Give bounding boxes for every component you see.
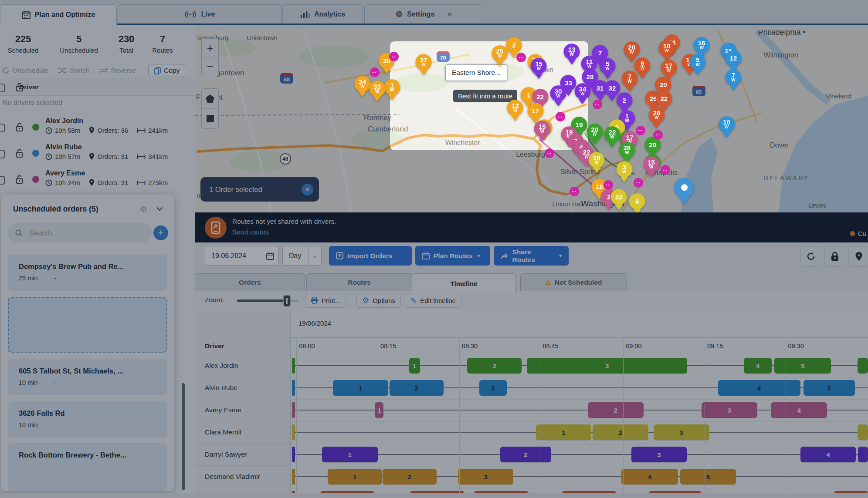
order-cluster-dot[interactable]: ·· bbox=[516, 53, 526, 62]
route-segment[interactable]: 5 bbox=[680, 469, 736, 485]
switch-button[interactable]: Switch bbox=[58, 67, 90, 74]
route-segment[interactable]: 5 bbox=[774, 358, 831, 374]
search-input[interactable]: Search... bbox=[8, 223, 152, 242]
reverse-button[interactable]: Reverse bbox=[99, 67, 136, 74]
route-segment[interactable]: 5 bbox=[804, 380, 855, 396]
route-segment[interactable]: 2 bbox=[383, 469, 437, 485]
calendar-icon[interactable] bbox=[266, 252, 274, 260]
route-segment-partial[interactable] bbox=[292, 380, 295, 396]
scrollbar-thumb[interactable] bbox=[182, 383, 185, 490]
order-pin[interactable]: 7W bbox=[726, 69, 742, 90]
order-pin[interactable]: 30W bbox=[550, 85, 566, 106]
order-pin[interactable]: 10W bbox=[659, 40, 675, 61]
route-segment[interactable]: 3 bbox=[702, 402, 757, 418]
route-segment[interactable]: 2 bbox=[500, 447, 551, 462]
order-cluster-dot[interactable]: ·· bbox=[661, 165, 670, 175]
order-pin[interactable]: 5W bbox=[600, 58, 616, 79]
driver-row[interactable]: Alex Jordin10h 58mOrders: 36241km bbox=[0, 114, 195, 140]
copy-button[interactable]: Copy bbox=[148, 64, 185, 77]
order-pin[interactable]: 27W bbox=[416, 54, 432, 75]
order-card[interactable]: 3626 Falls Rd10 min- bbox=[8, 401, 167, 437]
order-pin[interactable]: 12W bbox=[507, 100, 523, 121]
order-cluster-dot[interactable]: ·· bbox=[389, 52, 399, 61]
order-pin[interactable]: 1W bbox=[384, 79, 400, 100]
period-select[interactable]: Day ⌄ bbox=[282, 246, 322, 266]
tab-settings[interactable]: ⚙Settings✕ bbox=[364, 4, 483, 24]
route-segment[interactable]: 1 bbox=[409, 358, 420, 374]
route-segment-partial[interactable] bbox=[292, 402, 295, 418]
route-segment[interactable]: 1 bbox=[375, 402, 383, 418]
order-pin[interactable]: 33W bbox=[369, 81, 385, 101]
order-pin[interactable]: 12 bbox=[726, 50, 742, 71]
timeline-row-label[interactable]: Alvin Rube bbox=[195, 377, 291, 399]
import-orders-button[interactable]: Import Orders bbox=[329, 246, 412, 266]
row-checkbox[interactable] bbox=[0, 150, 5, 158]
route-segment[interactable]: 3 bbox=[527, 358, 687, 374]
order-pin[interactable]: 3W bbox=[616, 161, 632, 182]
order-card[interactable]: 605 S Talbot St, St Michaels, ...10 min- bbox=[8, 359, 167, 395]
order-cluster-dot[interactable]: ·· bbox=[570, 187, 579, 196]
order-cluster-dot[interactable]: ·· bbox=[634, 178, 643, 188]
order-cluster-dot[interactable]: ·· bbox=[636, 126, 645, 135]
route-segment[interactable]: 3 bbox=[479, 380, 506, 396]
order-cluster-dot[interactable]: ·· bbox=[593, 100, 602, 109]
date-input[interactable]: 19.06.2024 bbox=[205, 246, 279, 266]
unschedule-button[interactable]: Unschedule bbox=[2, 67, 48, 74]
order-pin[interactable]: 7W bbox=[622, 71, 638, 91]
order-card[interactable]: Dempsey's Brew Pub and Re...25 min- bbox=[8, 255, 167, 291]
content-tab-not-scheduled[interactable]: ⚠Not Scheduled bbox=[520, 273, 627, 291]
route-segment[interactable]: 1 bbox=[333, 380, 388, 396]
route-segment[interactable]: 4 bbox=[621, 469, 678, 485]
lock-icon[interactable] bbox=[15, 175, 24, 184]
order-pin[interactable]: 15W bbox=[531, 58, 547, 79]
row-checkbox[interactable] bbox=[0, 176, 5, 185]
lock-icon[interactable] bbox=[15, 82, 24, 92]
timeline-row-label[interactable]: Darryl Sawyer bbox=[195, 444, 291, 466]
order-pin[interactable]: 15W bbox=[534, 121, 550, 141]
driver-row[interactable]: Alvin Rube10h 57mOrders: 31341km bbox=[0, 140, 195, 166]
lock-icon[interactable] bbox=[15, 122, 24, 132]
timeline-row-label[interactable]: Desmond Vladimir bbox=[195, 466, 291, 488]
order-pin[interactable]: 5W bbox=[690, 54, 706, 75]
select-all-checkbox[interactable] bbox=[0, 84, 5, 92]
order-pin[interactable]: 25W bbox=[492, 45, 508, 66]
refresh-button[interactable] bbox=[800, 246, 821, 267]
timeline-row-label[interactable]: Avery Esme bbox=[195, 399, 291, 421]
rectangle-select-button[interactable] bbox=[202, 109, 218, 128]
drag-drop-placeholder[interactable] bbox=[8, 297, 167, 353]
share-routes-button[interactable]: Share Routes▾ bbox=[494, 246, 569, 266]
timeline-row-label[interactable]: Alex Jordin bbox=[195, 355, 291, 377]
saved-places-button[interactable]: ★ bbox=[848, 246, 868, 267]
order-pin[interactable]: 28W bbox=[648, 107, 665, 128]
order-cluster-dot[interactable]: ·· bbox=[545, 148, 554, 158]
route-segment[interactable]: 1 bbox=[322, 447, 378, 462]
zoom-out-button[interactable]: − bbox=[202, 57, 218, 76]
order-card[interactable]: Rock Bottom Brewery - Bethe... bbox=[8, 443, 167, 491]
route-segment[interactable]: 4 bbox=[718, 380, 800, 396]
route-segment[interactable]: 3 bbox=[654, 424, 709, 440]
add-order-button[interactable]: + bbox=[153, 225, 168, 240]
gear-icon[interactable]: ⚙ bbox=[140, 204, 147, 214]
route-segment-partial[interactable] bbox=[292, 447, 295, 462]
route-segment[interactable]: 4 bbox=[771, 402, 827, 418]
toast-close-button[interactable]: ✕ bbox=[302, 184, 313, 195]
send-routes-link[interactable]: Send routes bbox=[232, 228, 269, 236]
tab-analytics[interactable]: Analytics bbox=[282, 4, 363, 24]
content-tab-orders[interactable]: Orders bbox=[195, 273, 305, 291]
zoom-in-button[interactable]: + bbox=[202, 39, 218, 57]
print-button[interactable]: Print... bbox=[305, 293, 346, 308]
timeline-row-label[interactable]: Clara Merrill bbox=[195, 421, 291, 444]
order-pin[interactable]: 22 bbox=[611, 189, 627, 210]
options-button[interactable]: ⚙ Options bbox=[356, 293, 401, 308]
selected-order-pin[interactable] bbox=[674, 178, 694, 204]
route-segment[interactable]: 2 bbox=[467, 358, 522, 374]
content-tab-timeline[interactable]: Timeline bbox=[412, 273, 516, 293]
chevron-down-icon[interactable] bbox=[156, 207, 163, 211]
route-segment[interactable]: 4 bbox=[744, 358, 772, 374]
plan-routes-button[interactable]: Plan Routes▾ bbox=[415, 246, 490, 266]
map-canvas[interactable]: 'aynesburgUniontownorgantownFntRomneyWin… bbox=[195, 30, 868, 212]
order-pin[interactable]: 22W bbox=[604, 126, 620, 147]
row-checkbox[interactable] bbox=[0, 124, 5, 132]
order-pin[interactable]: 34W bbox=[574, 83, 590, 104]
polygon-select-button[interactable] bbox=[202, 89, 218, 109]
